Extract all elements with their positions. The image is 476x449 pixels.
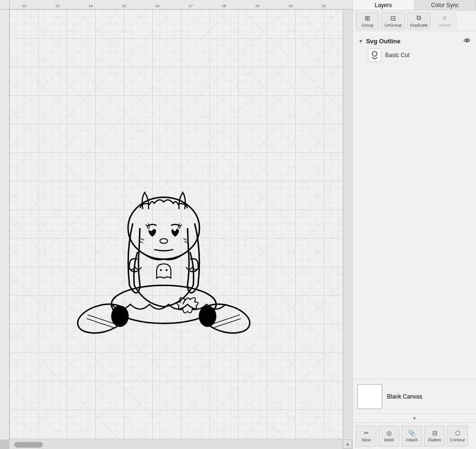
svg-point-13 — [111, 306, 129, 327]
weld-button[interactable]: ◎ Weld — [378, 426, 399, 447]
layer-group-header[interactable]: ▼ Svg Outline 👁 — [357, 35, 472, 47]
slice-label: Slice — [361, 438, 371, 442]
panel-tabs: Layers Color Sync — [353, 0, 476, 10]
svg-point-8 — [166, 269, 168, 271]
layer-item-name: Basic Cut — [385, 52, 409, 59]
slice-icon: ✂ — [364, 429, 369, 437]
svg-point-7 — [160, 269, 162, 271]
ruler-mark: 16 — [155, 4, 159, 8]
svg-point-11 — [173, 228, 176, 231]
contour-icon: ⬡ — [455, 429, 460, 437]
bottom-toolbar: ✂ Slice ◎ Weld 📎 Attach ⊟ Flatten ⬡ Cont… — [353, 422, 476, 449]
panel-toolbar: ⊞ Group ⊟ UnGroup ⧉ Duplicate ✕ Delete — [353, 10, 476, 31]
blank-canvas-thumbnail — [357, 384, 382, 409]
svg-point-10 — [149, 228, 152, 231]
svg-point-14 — [199, 306, 216, 327]
duplicate-label: Duplicate — [410, 23, 428, 28]
tab-color-sync[interactable]: Color Sync — [415, 0, 476, 10]
duplicate-icon: ⧉ — [416, 14, 421, 22]
attach-icon: 📎 — [408, 429, 416, 437]
ruler-mark: 15 — [122, 4, 126, 8]
ruler-mark: 19 — [255, 4, 259, 8]
ruler-mark: 17 — [188, 4, 193, 8]
group-icon: ⊞ — [365, 14, 370, 22]
ruler-top: 12 13 14 15 16 17 18 19 20 21 — [10, 0, 352, 10]
ruler-mark: 13 — [55, 4, 60, 8]
flatten-icon: ⊟ — [432, 429, 437, 437]
attach-label: Attach — [406, 438, 418, 442]
ruler-corner — [0, 0, 10, 10]
contour-label: Contour — [450, 438, 465, 442]
ungroup-label: UnGroup — [385, 23, 402, 28]
visibility-icon[interactable]: 👁 — [464, 37, 470, 45]
scroll-corner: ▾ — [343, 439, 352, 449]
svg-line-3 — [87, 319, 115, 328]
svg-drawing — [50, 128, 278, 358]
delete-label: Delete — [438, 23, 451, 28]
layer-list: ▼ Svg Outline 👁 Basic Cut — [353, 31, 476, 379]
ungroup-button[interactable]: ⊟ UnGroup — [381, 12, 405, 30]
svg-point-12 — [160, 239, 168, 243]
delete-button[interactable]: ✕ Delete — [433, 12, 456, 30]
panel-scroll-arrow[interactable]: ▾ — [353, 414, 476, 422]
ruler-mark: 14 — [89, 4, 93, 8]
layer-group-name: Svg Outline — [366, 38, 400, 45]
duplicate-button[interactable]: ⧉ Duplicate — [407, 12, 431, 30]
contour-button[interactable]: ⬡ Contour — [447, 426, 468, 447]
ruler-mark: 12 — [22, 4, 26, 8]
list-item[interactable]: Basic Cut — [357, 47, 472, 64]
ruler-mark: 18 — [222, 4, 226, 8]
right-panel: Layers Color Sync ⊞ Group ⊟ UnGroup ⧉ Du… — [352, 0, 476, 449]
blank-canvas-area: Blank Canvas — [353, 379, 476, 414]
vertical-scrollbar[interactable] — [343, 10, 352, 439]
ruler-mark: 20 — [288, 4, 293, 8]
svg-line-6 — [212, 319, 241, 328]
ungroup-icon: ⊟ — [390, 14, 396, 22]
scroll-down-icon: ▾ — [413, 415, 416, 421]
layer-thumbnail — [368, 49, 381, 62]
group-button[interactable]: ⊞ Group — [356, 12, 379, 30]
flatten-button[interactable]: ⊟ Flatten — [424, 426, 445, 447]
svg-point-15 — [372, 51, 377, 56]
horizontal-scrollbar[interactable] — [10, 439, 352, 449]
canvas-area[interactable]: 12 13 14 15 16 17 18 19 20 21 — [0, 0, 352, 449]
blank-canvas-label: Blank Canvas — [387, 393, 422, 400]
attach-button[interactable]: 📎 Attach — [401, 426, 422, 447]
weld-label: Weld — [384, 438, 394, 442]
expand-arrow-icon: ▼ — [358, 39, 363, 44]
canvas-grid[interactable] — [10, 10, 352, 439]
ruler-left — [0, 10, 10, 439]
delete-icon: ✕ — [442, 14, 447, 22]
layer-group-svg-outline: ▼ Svg Outline 👁 Basic Cut — [353, 33, 476, 66]
tab-layers[interactable]: Layers — [353, 0, 415, 10]
ruler-mark: 21 — [322, 4, 326, 8]
weld-icon: ◎ — [387, 429, 392, 437]
main-layout: 12 13 14 15 16 17 18 19 20 21 — [0, 0, 476, 449]
scrollbar-thumb[interactable] — [14, 442, 43, 448]
flatten-label: Flatten — [428, 438, 441, 442]
slice-button[interactable]: ✂ Slice — [356, 426, 377, 447]
group-label: Group — [361, 23, 373, 28]
